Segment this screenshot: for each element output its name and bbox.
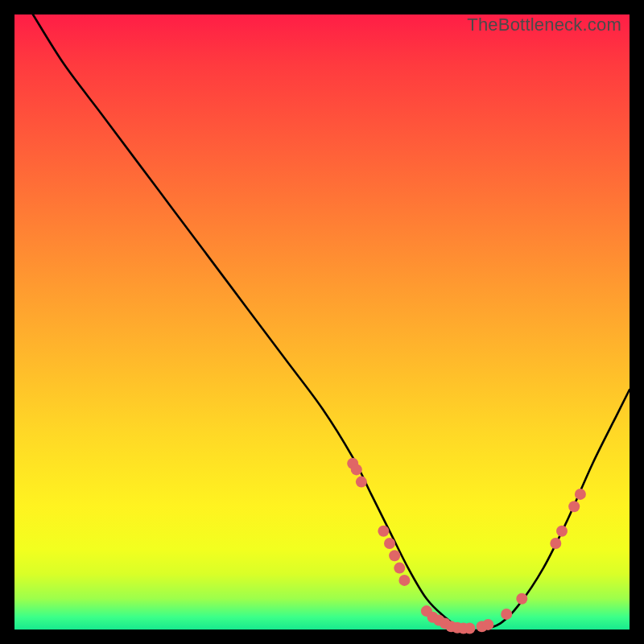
curve-marker (568, 501, 580, 512)
curve-marker (356, 477, 367, 488)
curve-marker (550, 538, 561, 549)
curve-marker (556, 526, 568, 537)
watermark-text: TheBottleneck.com (467, 14, 621, 35)
bottleneck-curve (33, 14, 630, 630)
curve-marker (464, 623, 475, 634)
curve-marker (516, 593, 527, 605)
curve-markers (347, 458, 586, 634)
curve-marker (351, 464, 362, 475)
curve-marker (394, 563, 405, 574)
curve-marker (389, 550, 400, 561)
curve-marker (482, 619, 493, 630)
curve-marker (384, 538, 395, 549)
chart-frame: TheBottleneck.com (14, 14, 630, 630)
curve-marker (501, 609, 512, 620)
chart-svg (14, 14, 630, 630)
curve-marker (378, 526, 389, 537)
curve-marker (398, 575, 410, 586)
curve-marker (575, 489, 586, 500)
